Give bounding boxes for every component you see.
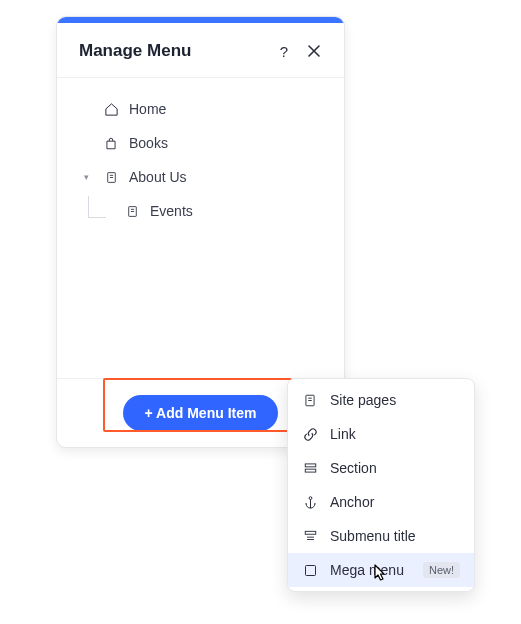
tree-item-home[interactable]: ▾ Home: [67, 92, 334, 126]
page-title: Manage Menu: [79, 41, 266, 61]
tree-item-label: Home: [129, 101, 166, 117]
submenu-icon: [302, 528, 318, 544]
popup-item-label: Anchor: [330, 494, 374, 510]
expand-caret[interactable]: ▾: [81, 172, 91, 182]
page-icon: [124, 203, 140, 219]
section-icon: [302, 460, 318, 476]
home-icon: [103, 101, 119, 117]
close-icon: [308, 45, 320, 57]
new-badge: New!: [423, 562, 460, 578]
help-icon: ?: [280, 43, 288, 60]
tree-item-label: About Us: [129, 169, 187, 185]
popup-item-mega-menu[interactable]: Mega menu New!: [288, 553, 474, 587]
svg-rect-6: [305, 531, 316, 534]
popup-item-label: Section: [330, 460, 377, 476]
add-menu-item-button[interactable]: + Add Menu Item: [123, 395, 279, 431]
close-button[interactable]: [302, 39, 326, 63]
page-icon: [302, 392, 318, 408]
popup-item-section[interactable]: Section: [288, 451, 474, 485]
bag-icon: [103, 135, 119, 151]
svg-point-5: [309, 496, 312, 499]
popup-item-submenu[interactable]: Submenu title: [288, 519, 474, 553]
page-icon: [103, 169, 119, 185]
svg-rect-3: [305, 464, 316, 467]
tree-connector: [88, 196, 106, 218]
link-icon: [302, 426, 318, 442]
help-button[interactable]: ?: [272, 39, 296, 63]
mega-menu-icon: [302, 562, 318, 578]
popup-item-label: Submenu title: [330, 528, 416, 544]
tree-item-label: Books: [129, 135, 168, 151]
popup-item-label: Mega menu: [330, 562, 404, 578]
add-button-label: + Add Menu Item: [145, 405, 257, 421]
svg-rect-4: [305, 469, 316, 472]
popup-item-link[interactable]: Link: [288, 417, 474, 451]
tree-item-about[interactable]: ▾ About Us: [67, 160, 334, 194]
popup-item-site-pages[interactable]: Site pages: [288, 383, 474, 417]
anchor-icon: [302, 494, 318, 510]
tree-item-label: Events: [150, 203, 193, 219]
tree-item-books[interactable]: ▾ Books: [67, 126, 334, 160]
popup-item-label: Link: [330, 426, 356, 442]
popup-item-label: Site pages: [330, 392, 396, 408]
menu-tree: ▾ Home ▾ Books ▾ About Us Events: [57, 78, 344, 378]
tree-item-events[interactable]: Events: [67, 194, 334, 228]
add-item-popup: Site pages Link Section Anchor Submenu t…: [287, 378, 475, 592]
panel-header: Manage Menu ?: [57, 23, 344, 78]
svg-rect-7: [305, 565, 315, 575]
popup-item-anchor[interactable]: Anchor: [288, 485, 474, 519]
